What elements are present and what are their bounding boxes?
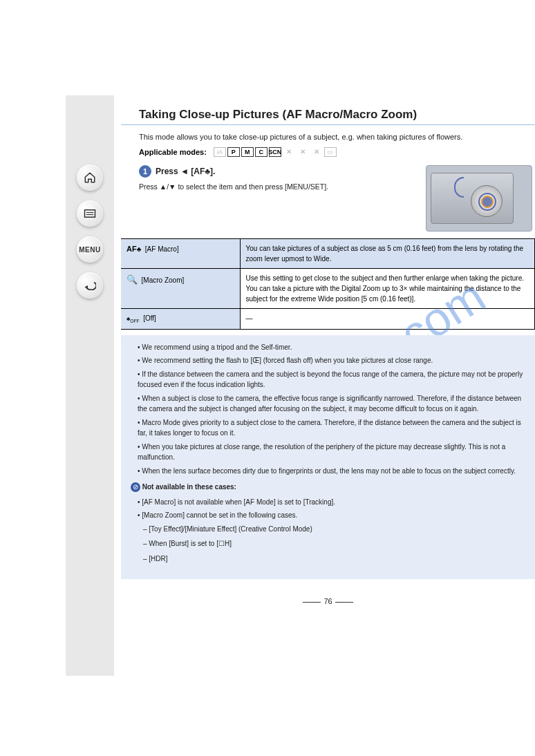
mode-table: AF♣ [AF Macro] You can take pictures of … — [121, 238, 535, 330]
intro-text: This mode allows you to take close-up pi… — [139, 132, 535, 143]
mode-icon: iA — [214, 147, 226, 157]
note-subitem: – [Toy Effect]/[Miniature Effect] (Creat… — [143, 524, 525, 535]
step-heading: 1Press ◄ [AF♣]. — [139, 165, 412, 178]
page-number: 76 — [121, 579, 535, 608]
page-title: Taking Close-up Pictures (AF Macro/Macro… — [139, 108, 535, 122]
back-icon[interactable] — [77, 272, 103, 299]
step-body-1: Press ▲/▼ to select the item and then pr… — [139, 182, 412, 193]
cell-desc: — — [240, 308, 535, 329]
note-item: We recommend using a tripod and the Self… — [138, 342, 525, 353]
page-content: manualshive.com Taking Close-up Pictures… — [114, 95, 535, 676]
home-icon[interactable] — [77, 164, 103, 191]
cell-label: [Off] — [143, 314, 156, 322]
note-item: We recommend setting the flash to [Œ] (f… — [138, 355, 525, 366]
table-row: ♣OFF [Off] — [121, 308, 240, 329]
cell-desc: Use this setting to get close to the sub… — [240, 268, 535, 308]
table-row: AF♣ [AF Macro] — [121, 238, 240, 268]
svg-rect-0 — [85, 210, 95, 218]
cell-desc: You can take pictures of a subject as cl… — [240, 238, 535, 268]
mode-icon: ✕ — [297, 148, 309, 155]
mode-icon: C — [255, 147, 268, 157]
cell-label: [Macro Zoom] — [142, 276, 185, 284]
step-number-badge: 1 — [139, 165, 151, 178]
table-row: 🔍 [Macro Zoom] — [121, 268, 240, 308]
mode-icon: ▭ — [324, 147, 337, 157]
note-box: We recommend using a tripod and the Self… — [121, 335, 535, 580]
unavail-heading: Not available in these cases: — [142, 483, 236, 491]
note-item: [Macro Zoom] cannot be set in the follow… — [138, 510, 525, 521]
note-subitem: – When [Burst] is set to [☐H] — [143, 538, 525, 549]
step-title: Press ◄ [AF♣]. — [156, 167, 215, 176]
unavailable-icon: ⊘ — [131, 482, 140, 492]
mode-icon: ✕ — [310, 148, 323, 155]
applicable-modes: Applicable modes: iA P M C SCN ✕ ✕ ✕ ▭ — [139, 147, 535, 157]
divider — [121, 124, 535, 125]
menu-button[interactable]: MENU — [77, 236, 103, 263]
mode-icon: SCN — [269, 147, 281, 157]
mode-icon: M — [241, 147, 254, 157]
applicable-label: Applicable modes: — [139, 148, 207, 156]
cell-label: [AF Macro] — [145, 245, 179, 253]
note-item: [AF Macro] is not available when [AF Mod… — [138, 497, 525, 508]
camera-illustration — [426, 165, 532, 231]
note-item: When the lens surface becomes dirty due … — [138, 466, 525, 477]
list-icon[interactable] — [77, 200, 103, 227]
mode-icon: P — [227, 147, 240, 157]
note-item: If the distance between the camera and t… — [138, 369, 525, 390]
note-item: When a subject is close to the camera, t… — [138, 393, 525, 415]
note-item: When you take pictures at close range, t… — [138, 442, 525, 463]
note-item: Macro Mode gives priority to a subject c… — [138, 417, 525, 439]
mode-icon: ✕ — [283, 148, 295, 155]
note-subitem: – [HDR] — [143, 554, 525, 565]
sidebar-nav: MENU — [66, 95, 114, 676]
